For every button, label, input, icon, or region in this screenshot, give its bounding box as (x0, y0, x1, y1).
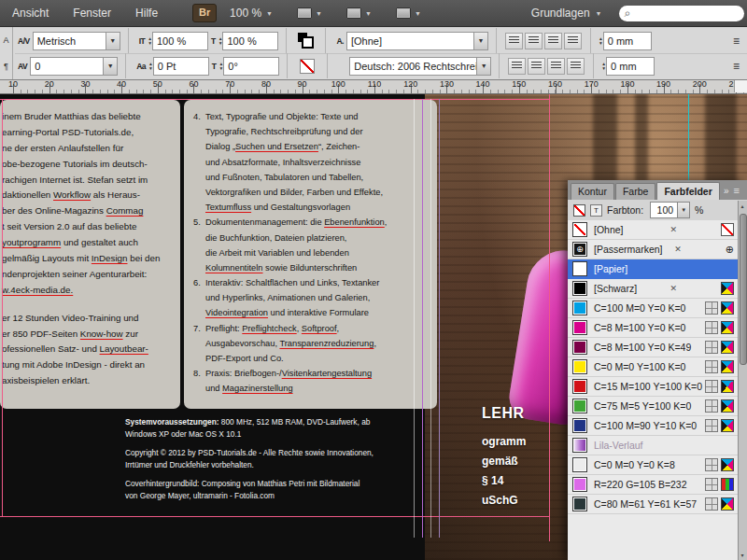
text-line: Textumfluss und Gestaltungsvorlagen (193, 200, 437, 215)
swatch-row[interactable]: C=8 M=100 Y=0 K=0 (568, 318, 739, 338)
panel-tab-bar-wrap: KonturFarbeFarbfelder » ≡ (568, 180, 747, 200)
ruler-guide-cyan[interactable] (688, 93, 689, 180)
align-right-button[interactable] (544, 33, 562, 49)
align-left-button[interactable] (505, 33, 523, 49)
character-mode-icon[interactable]: A (3, 35, 8, 45)
panel-menu-icon[interactable]: ≡ (733, 60, 740, 73)
align-justify-button[interactable] (564, 33, 582, 49)
indent-input-2[interactable]: 0 mm (606, 57, 655, 76)
grid-icon (705, 458, 718, 471)
swatch-row[interactable]: R=220 G=105 B=232 (568, 475, 739, 495)
swatch-row[interactable]: C=15 M=100 Y=100 K=0 (568, 377, 739, 397)
character-style-dropdown[interactable]: [Ohne] ▼ (346, 32, 488, 50)
ruler-number: 70 (225, 79, 234, 89)
text-line: 7.Preflight: Preflightcheck, Softproof, (193, 321, 437, 336)
language-dropdown[interactable]: Deutsch: 2006 Rechtschreib ▼ (349, 57, 491, 76)
panel-scrollbar[interactable]: ▴ ▾ (738, 201, 747, 560)
text-line: und Magazinerstellung (193, 381, 437, 396)
panel-menu-icon[interactable]: ≡ (734, 185, 747, 200)
swatch-row[interactable]: [Schwarz]✕ (568, 279, 739, 299)
control-panel: A ¶ A/V Metrisch ▼ IT ▴▾ 100 % T ▴▾ 100 … (0, 26, 747, 80)
horizontal-scale-stepper[interactable]: ▴▾ (219, 36, 222, 46)
panel-menu-icon[interactable]: ≡ (733, 35, 740, 48)
justify-center-button[interactable] (528, 58, 545, 75)
text-line: Videointegration und interaktive Formula… (193, 305, 437, 320)
menu-hilfe[interactable]: Hilfe (123, 0, 170, 26)
column-guide[interactable] (439, 99, 440, 538)
justify-left-button[interactable] (508, 58, 526, 75)
swatch-row[interactable]: C=80 M=61 Y=61 K=57 (568, 495, 739, 514)
tab-farbfelder[interactable]: Farbfelder (656, 182, 719, 200)
swatch-row[interactable]: C=0 M=0 Y=0 K=8 (568, 455, 739, 475)
tab-farbe[interactable]: Farbe (615, 183, 655, 200)
swatch-row[interactable]: [Ohne]✕ (568, 220, 739, 240)
kerning-dropdown[interactable]: Metrisch ▼ (33, 32, 120, 50)
ruler-number: 120 (403, 79, 417, 89)
menu-fenster[interactable]: Fenster (61, 0, 123, 26)
vertical-scale-input[interactable]: 100 % (152, 32, 208, 50)
imprint-text[interactable]: Systemvoraussetzungen: 800 MHz, 512 MB R… (125, 416, 422, 501)
swatch-row[interactable]: C=75 M=5 Y=100 K=0 (568, 397, 739, 416)
text-frame-left[interactable]: inem Bruder Matthias das beliebteearning… (0, 100, 180, 409)
indent-input-1[interactable]: 0 mm (603, 32, 652, 50)
swatch-row[interactable]: C=0 M=0 Y=100 K=0 (568, 357, 739, 377)
text-line: tung mit Adobe InDesign - direkt an (2, 357, 180, 373)
swatch-row[interactable]: C=100 M=90 Y=10 K=0 (568, 416, 739, 436)
search-input[interactable] (634, 7, 722, 20)
horizontal-scale-input[interactable]: 100 % (222, 32, 278, 50)
scroll-down-icon[interactable]: ▾ (739, 552, 746, 558)
margin-guide-bottom[interactable] (0, 516, 549, 517)
bridge-button[interactable]: Br (192, 4, 217, 22)
fill-stroke-proxy[interactable] (298, 33, 314, 49)
text-line (2, 299, 180, 311)
arrange-documents-dropdown[interactable]: ▼ (396, 7, 421, 19)
align-center-button[interactable] (525, 33, 543, 49)
scroll-up-icon[interactable]: ▴ (739, 203, 746, 209)
indent-stepper-2[interactable]: ▴▾ (602, 62, 605, 71)
swatch-name: [Schwarz] (594, 283, 637, 294)
menu-ansicht[interactable]: Ansicht (0, 0, 61, 26)
justify-right-button[interactable] (547, 58, 565, 75)
paragraph-mode-icon[interactable]: ¶ (4, 62, 8, 71)
margin-guide-right[interactable] (549, 93, 550, 541)
swatch-row[interactable]: C=100 M=0 Y=0 K=0 (568, 299, 739, 318)
column-guide[interactable] (422, 99, 423, 538)
tab-kontur[interactable]: Kontur (571, 183, 614, 200)
collapse-panel-icon[interactable]: » (724, 186, 734, 200)
baseline-shift-stepper[interactable]: ▴▾ (149, 62, 152, 71)
search-icon: ⌕ (625, 7, 631, 19)
swatch-row[interactable]: ⊕[Passermarken]✕⊕ (568, 240, 739, 259)
baseline-shift-input[interactable]: 0 Pt (153, 57, 209, 76)
margin-guide-top[interactable] (0, 99, 549, 100)
skew-input[interactable]: 0° (223, 57, 279, 76)
horizontal-ruler[interactable]: 1020304050607080901001101201301401501601… (0, 78, 747, 94)
column-guide[interactable] (414, 99, 415, 538)
fill-proxy-icon[interactable] (573, 204, 585, 217)
swatch-row[interactable]: C=8 M=100 Y=0 K=49 (568, 338, 739, 357)
text-line (125, 470, 422, 478)
swatch-row[interactable]: Lila-Verlauf (568, 436, 739, 455)
skew-stepper[interactable]: ▴▾ (220, 62, 223, 71)
swatch-row[interactable]: [Papier] (568, 259, 739, 279)
text-line: Vektorgrafiken und Bilder, Farben und Ef… (193, 185, 437, 200)
list-number: 5. (193, 215, 205, 230)
tint-input[interactable]: 100 ▼ (650, 202, 690, 218)
workspace-switcher[interactable]: Grundlagen ▼ (531, 7, 602, 20)
tracking-dropdown[interactable]: 0 ▼ (30, 57, 118, 76)
grid-icon (705, 399, 718, 413)
text-proxy-icon[interactable]: T (590, 204, 602, 217)
indent-stepper-1[interactable]: ▴▾ (599, 36, 602, 46)
view-options-dropdown[interactable]: ▼ (297, 7, 322, 19)
justify-full-button[interactable] (567, 58, 585, 75)
zoom-level-dropdown[interactable]: 100 % ▼ (230, 7, 273, 20)
screen-mode-dropdown[interactable]: ▼ (346, 7, 372, 19)
column-guide[interactable] (430, 99, 431, 538)
cmyk-icon (721, 341, 734, 354)
no-fill-proxy-icon[interactable] (300, 59, 315, 74)
scrollbar-thumb[interactable] (740, 214, 747, 365)
tint-row: T Farbton: 100 ▼ % (568, 200, 747, 221)
text-frame-right[interactable]: 4.Text, Typografie und Objekte: Texte un… (184, 100, 437, 409)
vertical-scale-stepper[interactable]: ▴▾ (148, 36, 151, 46)
margin-guide-left[interactable] (2, 99, 3, 517)
ruler-origin-box[interactable] (734, 78, 747, 92)
